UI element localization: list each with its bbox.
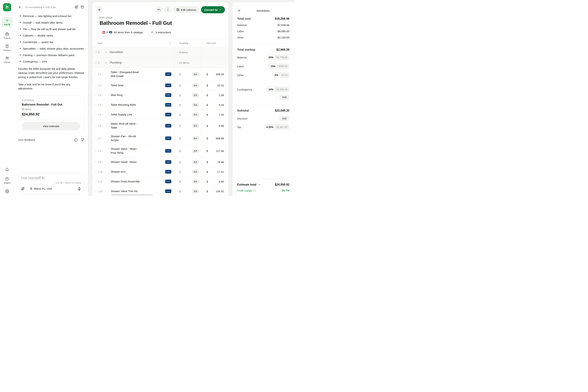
- drag-handle-icon[interactable]: [94, 94, 97, 96]
- drag-handle-icon[interactable]: [94, 171, 97, 173]
- location-pill[interactable]: Miami, FL, USA: [27, 186, 55, 192]
- instructions-chip[interactable]: 3 instructions: [148, 29, 174, 36]
- settings-gear-icon[interactable]: [5, 189, 9, 193]
- ai-composer[interactable]: Use Handoff AI Use ⌘ + Return to submit …: [18, 173, 84, 194]
- contingency-add-button[interactable]: Add: [279, 94, 290, 100]
- item-name[interactable]: Shower Arm: [111, 170, 142, 174]
- item-unit-chip[interactable]: EA: [192, 103, 199, 107]
- item-unit-cost[interactable]: 32.02: [217, 84, 224, 87]
- lowes-vendor-badge[interactable]: LOWE'S: [165, 103, 171, 106]
- item-quantity[interactable]: 1: [179, 170, 181, 173]
- markup-pill[interactable]: 0% $0.00: [272, 72, 290, 78]
- composer-placeholder[interactable]: Use Handoff AI: [21, 176, 81, 180]
- item-unit-chip[interactable]: EA: [192, 160, 199, 164]
- item-unit-cost[interactable]: 569.99: [216, 137, 224, 140]
- item-quantity[interactable]: 1: [179, 94, 181, 97]
- table-group-row[interactable]: 1 Demolition 4 items: [92, 47, 228, 58]
- tax-percent[interactable]: 8.25%: [265, 125, 275, 129]
- lowes-vendor-badge[interactable]: LOWE'S: [165, 149, 171, 152]
- item-unit-cost[interactable]: 9.80: [219, 180, 224, 183]
- item-unit-chip[interactable]: EA: [192, 93, 199, 98]
- lowes-vendor-badge[interactable]: LOWE'S: [165, 124, 171, 128]
- give-feedback-label[interactable]: Give feedback: [18, 138, 35, 141]
- lowes-vendor-badge[interactable]: LOWE'S: [165, 93, 171, 97]
- breakdown-close-icon[interactable]: [238, 9, 241, 12]
- item-unit-chip[interactable]: EA: [192, 72, 199, 76]
- drag-handle-icon[interactable]: [94, 190, 97, 192]
- item-quantity[interactable]: 1: [179, 113, 181, 116]
- item-quantity[interactable]: 1: [179, 150, 181, 152]
- item-unit-chip[interactable]: EA: [192, 170, 199, 174]
- item-unit-chip[interactable]: EA: [192, 179, 199, 184]
- drag-handle-icon[interactable]: [94, 62, 97, 64]
- group-chevron-icon[interactable]: [104, 61, 108, 64]
- contingency-percent[interactable]: 10%: [267, 87, 275, 92]
- thumbs-up-icon[interactable]: [74, 138, 78, 142]
- lowes-vendor-badge[interactable]: LOWE'S: [165, 170, 171, 174]
- lowes-vendor-badge[interactable]: LOWE'S: [165, 84, 171, 87]
- item-quantity[interactable]: 1: [179, 104, 181, 106]
- item-unit-chip[interactable]: EA: [192, 149, 199, 153]
- collapse-all-icon[interactable]: [169, 42, 172, 44]
- item-name[interactable]: Shower Drain Assembly: [111, 180, 142, 184]
- tax-pill[interactable]: 8.25% $1,901.57: [264, 124, 290, 130]
- sidebar-item-clients[interactable]: Clients: [4, 56, 10, 63]
- sidebar-item-support[interactable]: Support: [4, 177, 11, 184]
- item-unit-chip[interactable]: EA: [192, 189, 199, 194]
- item-name[interactable]: Toilet Seat: [111, 84, 142, 87]
- contingency-pill[interactable]: 10% $2,095.40: [266, 86, 290, 92]
- item-name[interactable]: Shower Pan - 36×48 Acrylic: [111, 134, 142, 142]
- item-name[interactable]: Shower Valve Trim Kit: [111, 189, 142, 193]
- new-chat-icon[interactable]: [74, 5, 78, 9]
- drag-handle-icon[interactable]: [94, 125, 97, 127]
- item-quantity[interactable]: 1: [179, 180, 181, 183]
- item-unit-chip[interactable]: EA: [192, 124, 199, 128]
- thumbs-down-icon[interactable]: [81, 138, 84, 142]
- item-unit-cost[interactable]: 17.41: [217, 170, 224, 173]
- drag-handle-icon[interactable]: [94, 137, 97, 140]
- item-unit-chip[interactable]: EA: [192, 136, 199, 140]
- lowes-vendor-badge[interactable]: LOWE'S: [165, 72, 171, 76]
- drag-handle-icon[interactable]: [94, 114, 97, 116]
- lowes-vendor-badge[interactable]: LOWE'S: [165, 113, 171, 116]
- info-icon[interactable]: [254, 189, 256, 192]
- lowes-vendor-badge[interactable]: LOWE'S: [165, 160, 171, 164]
- edit-columns-button[interactable]: Edit columns: [173, 6, 199, 13]
- item-quantity[interactable]: 1: [179, 73, 181, 76]
- drag-handle-icon[interactable]: [94, 51, 97, 54]
- drag-handle-icon[interactable]: [94, 150, 97, 152]
- item-unit-cost[interactable]: 399.09: [216, 73, 224, 76]
- item-unit-cost[interactable]: 7.20: [219, 113, 224, 116]
- microphone-icon[interactable]: [78, 187, 81, 190]
- view-estimate-button[interactable]: View estimate: [22, 122, 80, 130]
- group-chevron-icon[interactable]: [104, 51, 108, 54]
- item-quantity[interactable]: 1: [179, 190, 181, 193]
- markup-percent[interactable]: 25%: [267, 55, 275, 60]
- back-button[interactable]: [96, 6, 103, 14]
- item-quantity[interactable]: 1: [179, 137, 181, 140]
- chat-close-icon[interactable]: [18, 6, 22, 9]
- discount-add-button[interactable]: Add: [279, 116, 290, 121]
- item-name[interactable]: Toilet Supply Line: [111, 112, 142, 116]
- sidebar-item-projects[interactable]: Projects: [4, 32, 11, 39]
- item-quantity[interactable]: 1: [179, 160, 181, 164]
- item-unit-cost[interactable]: 79.98: [217, 160, 224, 164]
- markup-percent[interactable]: 10%: [269, 64, 277, 68]
- drag-handle-icon[interactable]: [94, 161, 97, 163]
- horizontal-scrollbar[interactable]: [111, 194, 153, 196]
- lowes-vendor-badge[interactable]: LOWE'S: [165, 190, 171, 193]
- lowes-vendor-badge[interactable]: LOWE'S: [165, 180, 171, 183]
- chat-conversation-title[interactable]: I'm remodeling a 5×8 ft ba...: [24, 6, 72, 9]
- item-name[interactable]: Shower Valve - Moen Posi-Temp: [111, 147, 142, 155]
- chat-history-icon[interactable]: [80, 5, 84, 9]
- catalogs-chip[interactable]: 63 items from 3 catalogs: [100, 29, 146, 36]
- convert-to-button[interactable]: Convert to: [201, 6, 225, 13]
- table-group-row[interactable]: 2 Plumbing 21 items: [92, 58, 228, 68]
- item-name[interactable]: Wax Ring: [111, 93, 142, 97]
- item-unit-chip[interactable]: EA: [192, 83, 199, 88]
- markup-pill[interactable]: 25% $1,759.89: [266, 54, 290, 60]
- handoff-logo[interactable]: h: [3, 3, 11, 11]
- markup-percent[interactable]: 0%: [273, 73, 280, 77]
- undo-button[interactable]: [156, 6, 162, 13]
- drag-handle-icon[interactable]: [94, 104, 97, 106]
